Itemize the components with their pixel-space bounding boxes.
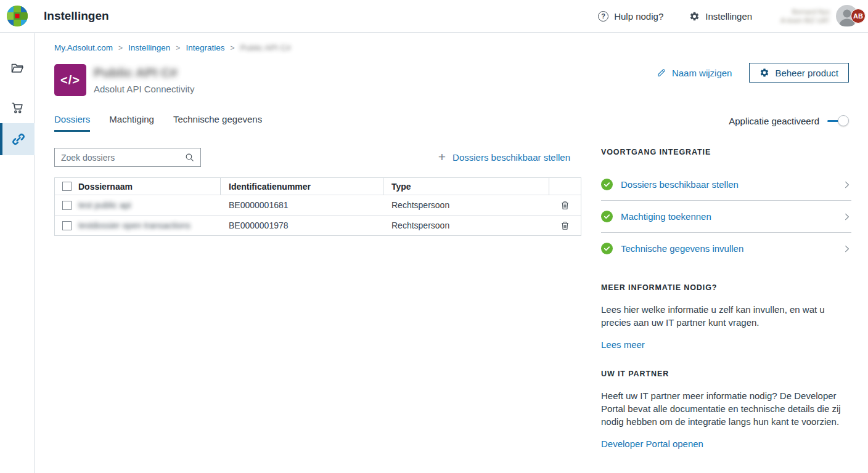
breadcrumb-link-home[interactable]: My.Adsolut.com — [54, 43, 113, 52]
manage-product-label: Beheer product — [775, 68, 838, 78]
partner-section-title: UW IT PARTNER — [601, 370, 851, 378]
trash-icon — [560, 200, 570, 211]
adsolut-logo-icon — [6, 5, 28, 27]
help-link[interactable]: ? Hulp nodig? — [598, 11, 663, 22]
tab-bar: Dossiers Machtiging Technische gegevens — [54, 114, 262, 132]
user-badge: AB — [851, 9, 866, 23]
info-section: MEER INFORMATIE NODIG? Lees hier welke i… — [601, 283, 851, 350]
search-icon[interactable] — [184, 152, 195, 163]
dossier-id: BE0000001681 — [221, 200, 383, 210]
dossier-type: Rechtspersoon — [383, 200, 549, 210]
check-icon — [601, 243, 613, 254]
progress-item-label: Technische gegevens invullen — [621, 243, 743, 254]
tab-machtiging[interactable]: Machtiging — [109, 114, 154, 132]
partner-section: UW IT PARTNER Heeft uw IT partner meer i… — [601, 370, 851, 450]
toggle-knob — [838, 115, 849, 126]
progress-item-label: Machtiging toekennen — [621, 211, 711, 222]
col-identificatienummer: Identificatienummer — [221, 178, 383, 195]
sidebar-item-dossiers[interactable] — [0, 52, 35, 84]
chevron-right-icon — [843, 212, 851, 221]
dossier-id: BE0000001978 — [221, 220, 383, 230]
product-title: Public API C# — [94, 65, 178, 80]
activation-toggle[interactable] — [827, 115, 849, 126]
progress-section-title: VOORTGANG INTEGRATIE — [601, 148, 851, 156]
delete-button[interactable] — [560, 220, 570, 231]
col-type: Type — [383, 178, 549, 195]
breadcrumb-separator: > — [176, 44, 180, 52]
info-section-body: Lees hier welke informatie u zelf kan in… — [601, 303, 846, 329]
sidebar — [0, 33, 35, 473]
breadcrumb-separator: > — [230, 44, 234, 52]
progress-item-technische-gegevens[interactable]: Technische gegevens invullen — [601, 232, 851, 264]
delete-button[interactable] — [560, 200, 570, 211]
product-code-icon: </> — [54, 64, 86, 96]
chevron-right-icon — [843, 180, 851, 189]
col-dossiernaam: Dossiernaam — [78, 182, 133, 192]
progress-item-machtiging[interactable]: Machtiging toekennen — [601, 200, 851, 232]
select-all-checkbox[interactable] — [62, 182, 72, 191]
sidebar-item-webshop[interactable] — [0, 92, 35, 124]
check-icon — [601, 179, 613, 190]
manage-product-button[interactable]: Beheer product — [749, 63, 849, 83]
pencil-icon — [657, 68, 666, 78]
search-input[interactable] — [55, 153, 184, 163]
breadcrumb-link-instellingen[interactable]: Instellingen — [128, 43, 170, 52]
user-menu[interactable]: Bernard Nys A-team BIZ UAT AB — [780, 5, 858, 27]
plus-icon: + — [438, 152, 446, 163]
progress-item-dossiers[interactable]: Dossiers beschikbaar stellen — [601, 169, 851, 200]
sidebar-item-integraties[interactable] — [0, 123, 35, 155]
dossiers-table: Dossiernaam Identificatienummer Type tes… — [54, 177, 581, 236]
breadcrumb-link-integraties[interactable]: Integraties — [186, 43, 224, 52]
app-window: Instellingen ? Hulp nodig? Instellingen … — [0, 0, 868, 473]
user-name: Bernard Nys A-team BIZ UAT — [780, 7, 830, 25]
breadcrumb: My.Adsolut.com > Instellingen > Integrat… — [54, 43, 291, 52]
table-row: testdossier open transactions BE00000019… — [55, 215, 581, 235]
add-dossiers-label: Dossiers beschikbaar stellen — [452, 152, 570, 163]
tab-technische-gegevens[interactable]: Technische gegevens — [173, 114, 262, 132]
dossier-name: testdossier open transactions — [78, 220, 190, 230]
table-header-row: Dossiernaam Identificatienummer Type — [55, 178, 581, 195]
cart-icon — [10, 100, 25, 115]
trash-icon — [560, 220, 570, 231]
read-more-link[interactable]: Lees meer — [601, 339, 645, 350]
gear-icon — [760, 68, 769, 78]
row-checkbox[interactable] — [62, 221, 72, 230]
tab-dossiers[interactable]: Dossiers — [54, 114, 90, 132]
settings-label: Instellingen — [705, 11, 752, 22]
gear-icon — [689, 11, 700, 22]
activation-toggle-label: Applicatie geactiveerd — [729, 116, 819, 126]
row-checkbox[interactable] — [62, 201, 72, 210]
rename-label: Naam wijzigen — [672, 68, 732, 78]
developer-portal-link[interactable]: Developer Portal openen — [601, 439, 703, 449]
partner-section-body: Heeft uw IT partner meer informatie nodi… — [601, 389, 846, 428]
chevron-right-icon — [843, 245, 851, 253]
help-label: Hulp nodig? — [614, 11, 663, 22]
top-bar: Instellingen ? Hulp nodig? Instellingen … — [0, 0, 868, 33]
add-dossiers-button[interactable]: + Dossiers beschikbaar stellen — [438, 152, 570, 163]
dossier-type: Rechtspersoon — [383, 220, 549, 230]
progress-item-label: Dossiers beschikbaar stellen — [621, 179, 739, 190]
breadcrumb-current: Public API C# — [240, 43, 291, 52]
settings-link[interactable]: Instellingen — [689, 11, 752, 22]
progress-list: Dossiers beschikbaar stellen Machtiging … — [601, 169, 851, 264]
side-panel: VOORTGANG INTEGRATIE Dossiers beschikbaa… — [601, 148, 851, 450]
folder-icon — [10, 60, 25, 75]
dossier-name: test public api — [78, 200, 131, 210]
link-icon — [11, 132, 26, 147]
breadcrumb-separator: > — [118, 44, 123, 52]
info-section-title: MEER INFORMATIE NODIG? — [601, 283, 851, 292]
table-row: test public api BE0000001681 Rechtsperso… — [55, 195, 581, 215]
page-title: Instellingen — [44, 9, 109, 23]
help-icon: ? — [598, 11, 608, 22]
check-icon — [601, 211, 613, 222]
product-subtitle: Adsolut API Connectivity — [94, 84, 194, 94]
search-box — [54, 148, 201, 167]
rename-button[interactable]: Naam wijzigen — [657, 68, 732, 78]
